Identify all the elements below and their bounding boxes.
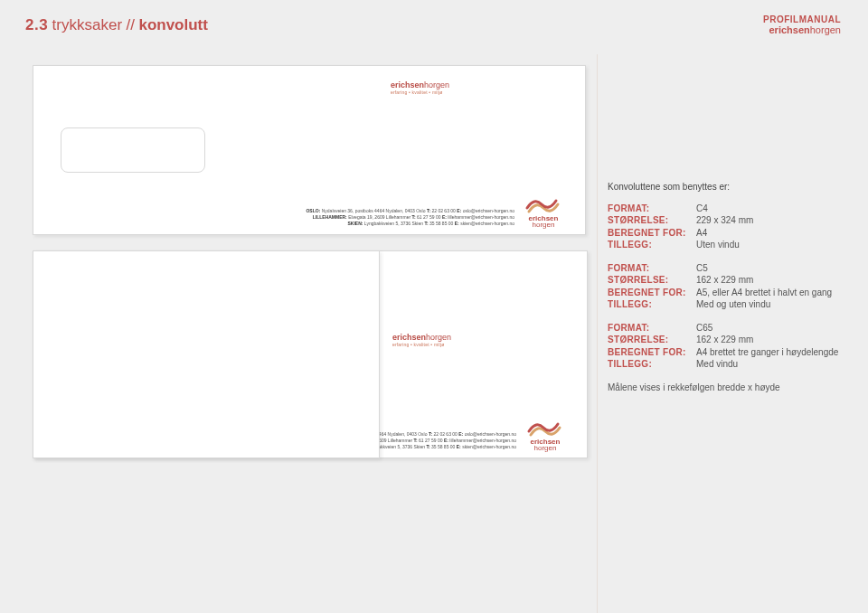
email-label: E:	[444, 438, 448, 443]
tel-label: T:	[427, 208, 430, 213]
brand-wordmark-small: erichsenhorgen	[763, 24, 841, 35]
brand-tagline: erfaring • kvalitet • miljø	[391, 90, 449, 95]
city-label: SKIEN:	[348, 221, 363, 226]
city-label: OSLO:	[306, 208, 320, 213]
info-intro: Konvoluttene som benyttes er:	[608, 181, 852, 193]
email: lillehammer@erichsen-horgen.no	[448, 214, 514, 220]
email: lillehammer@erichsen-horgen.no	[449, 438, 516, 443]
brand-wordmark-c65: erichsenhorgen erfaring • kvalitet • mil…	[392, 333, 451, 347]
label-for: BEREGNET FOR:	[608, 346, 696, 359]
brand-part1: erichsen	[391, 80, 424, 90]
email-label: E:	[442, 214, 447, 220]
tel-label: T:	[426, 444, 429, 449]
telephone: 61 27 59 00	[417, 214, 440, 220]
telephone: 22 02 63 00	[431, 208, 455, 213]
val-format: C4	[696, 203, 708, 215]
email: oslo@erichsen-horgen.no	[465, 431, 516, 437]
label-format: FORMAT:	[608, 262, 696, 275]
logo-icon	[525, 419, 565, 439]
val-for: A4 brettet tre ganger i høydelengde	[696, 346, 838, 359]
tel-label: T:	[412, 214, 416, 220]
brand-tagline: erfaring • kvalitet • miljø	[392, 342, 451, 347]
logo-mark-c65: erichsenhorgen	[525, 419, 565, 452]
section-separator: //	[127, 16, 135, 33]
email: skien@erichsen-horgen.no	[462, 444, 516, 449]
envelope-window	[61, 127, 205, 173]
label-size: STØRRELSE:	[608, 274, 696, 287]
brand-part2: horgen	[810, 24, 841, 35]
val-size: 162 x 229 mm	[696, 274, 753, 287]
val-for: A5, eller A4 brettet i halvt en gang	[696, 287, 832, 299]
vertical-divider	[597, 54, 598, 613]
telephone: 22 02 63 00	[433, 431, 457, 437]
spec-c4: FORMAT:C4 STØRRELSE:229 x 324 mm BEREGNE…	[608, 203, 852, 251]
tel-label: T:	[414, 438, 418, 443]
email-label: E:	[457, 444, 461, 449]
tel-label: T:	[424, 221, 428, 226]
section-subtitle: konvolutt	[138, 16, 208, 33]
telephone: 35 58 85 00	[429, 221, 453, 226]
label-extra: TILLEGG:	[608, 298, 696, 311]
label-format: FORMAT:	[608, 322, 696, 335]
info-footnote: Målene vises i rekkefølgen bredde x høyd…	[608, 382, 852, 394]
email-label: E:	[455, 221, 459, 226]
email-label: E:	[458, 431, 463, 437]
envelope-c5	[33, 250, 380, 458]
telephone: 35 58 85 00	[431, 444, 455, 449]
tel-label: T:	[429, 431, 432, 437]
val-format: C65	[696, 322, 712, 335]
val-extra: Med vindu	[696, 358, 738, 371]
contact-block-c4: OSLO: Nydalsveien 36, postboks 4464 Nyda…	[306, 208, 514, 227]
val-format: C5	[696, 262, 708, 275]
brand-wordmark-c4: erichsenhorgen erfaring • kvalitet • mil…	[391, 80, 449, 95]
spec-c5: FORMAT:C5 STØRRELSE:162 x 229 mm BEREGNE…	[608, 262, 852, 311]
brand-part2: horgen	[533, 221, 555, 229]
val-size: 229 x 324 mm	[696, 214, 753, 227]
brand-part2: horgen	[426, 333, 451, 342]
label-size: STØRRELSE:	[608, 334, 696, 346]
label-format: FORMAT:	[608, 203, 696, 215]
brand-part2: horgen	[534, 444, 557, 452]
page-header: 2.3 trykksaker // konvolutt	[25, 16, 208, 34]
label-size: STØRRELSE:	[608, 214, 696, 227]
label-extra: TILLEGG:	[608, 239, 696, 251]
envelope-c4: erichsenhorgen erfaring • kvalitet • mil…	[33, 65, 586, 235]
label-extra: TILLEGG:	[608, 358, 696, 371]
info-column: Konvoluttene som benyttes er: FORMAT:C4 …	[608, 181, 852, 393]
val-for: A4	[696, 227, 707, 240]
manual-brand: PROFILMANUAL erichsenhorgen	[763, 14, 841, 35]
email-label: E:	[457, 208, 461, 213]
email: oslo@erichsen-horgen.no	[463, 208, 514, 213]
val-extra: Uten vindu	[696, 239, 740, 251]
address: Nydalsveien 36, postboks 4464 Nydalen, 0…	[322, 208, 426, 213]
city-label: LILLEHAMMER:	[313, 214, 347, 220]
spec-c65: FORMAT:C65 STØRRELSE:162 x 229 mm BEREGN…	[608, 322, 852, 371]
brand-part1: erichsen	[392, 333, 426, 342]
manual-title: PROFILMANUAL	[763, 14, 841, 24]
section-number: 2.3	[25, 16, 48, 33]
telephone: 61 27 59 00	[419, 438, 442, 443]
address: Elvegata 19, 2609 Lillehammer	[348, 214, 410, 220]
address: Lyngbakkveien 5, 3736 Skien	[364, 221, 423, 226]
label-for: BEREGNET FOR:	[608, 287, 696, 299]
brand-part1: erichsen	[769, 24, 809, 35]
logo-icon	[524, 195, 563, 215]
val-size: 162 x 229 mm	[696, 334, 753, 346]
email: skien@erichsen-horgen.no	[460, 221, 514, 226]
label-for: BEREGNET FOR:	[608, 227, 696, 240]
section-title: trykksaker	[52, 16, 122, 33]
brand-part2: horgen	[424, 80, 449, 90]
val-extra: Med og uten vindu	[696, 298, 770, 311]
logo-mark-c4: erichsenhorgen	[524, 195, 563, 229]
